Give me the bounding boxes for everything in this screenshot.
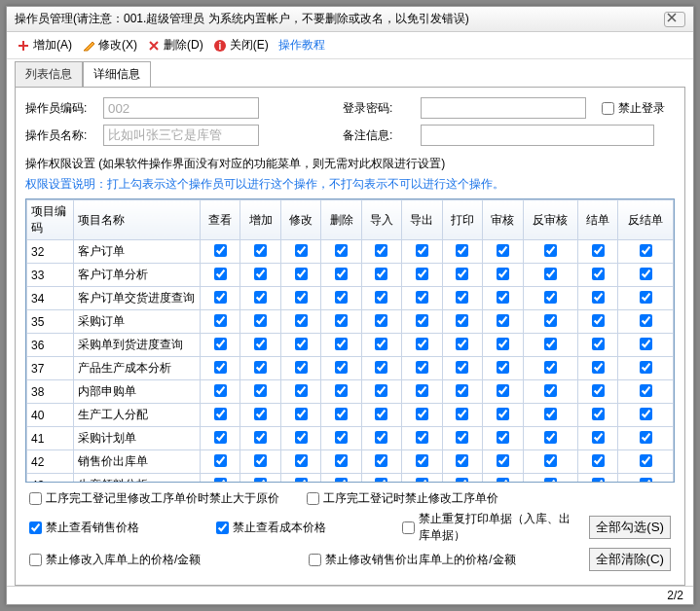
remark-input[interactable] — [421, 125, 654, 146]
table-row[interactable]: 40生产工人分配 — [27, 404, 674, 427]
clear-all-button[interactable]: 全部清除(C) — [589, 548, 672, 571]
perm-checkbox[interactable] — [497, 338, 509, 350]
edit-button[interactable]: 修改(X) — [82, 37, 137, 54]
perm-checkbox[interactable] — [254, 408, 267, 420]
perm-checkbox[interactable] — [497, 408, 509, 420]
perm-checkbox[interactable] — [214, 314, 227, 327]
col-header[interactable]: 审核 — [483, 200, 523, 240]
perm-checkbox[interactable] — [335, 454, 348, 467]
perm-checkbox[interactable] — [592, 361, 605, 374]
perm-checkbox[interactable] — [416, 244, 428, 257]
table-row[interactable]: 35采购订单 — [27, 310, 674, 334]
perm-checkbox[interactable] — [214, 454, 227, 467]
perm-checkbox[interactable] — [335, 431, 348, 444]
col-header[interactable]: 增加 — [240, 200, 280, 240]
perm-checkbox[interactable] — [640, 408, 652, 420]
perm-checkbox[interactable] — [456, 314, 468, 327]
perm-checkbox[interactable] — [640, 384, 652, 397]
perm-checkbox[interactable] — [254, 244, 267, 257]
tab-list[interactable]: 列表信息 — [15, 61, 83, 87]
perm-checkbox[interactable] — [456, 454, 468, 467]
perm-checkbox[interactable] — [254, 361, 267, 374]
perm-checkbox[interactable] — [592, 338, 605, 350]
perm-checkbox[interactable] — [295, 454, 308, 467]
perm-checkbox[interactable] — [375, 291, 387, 304]
select-all-button[interactable]: 全部勾选(S) — [589, 516, 671, 539]
col-header[interactable]: 结单 — [578, 200, 618, 240]
pwd-input[interactable] — [421, 97, 586, 119]
perm-checkbox[interactable] — [544, 291, 557, 304]
perm-checkbox[interactable] — [456, 408, 468, 420]
perm-checkbox[interactable] — [640, 244, 652, 257]
perm-checkbox[interactable] — [416, 408, 428, 420]
perm-checkbox[interactable] — [254, 291, 267, 304]
tab-detail[interactable]: 详细信息 — [83, 61, 151, 87]
perm-checkbox[interactable] — [416, 361, 428, 374]
perm-checkbox[interactable] — [416, 384, 428, 397]
perm-checkbox[interactable] — [640, 338, 652, 350]
perm-checkbox[interactable] — [254, 431, 267, 444]
perm-checkbox[interactable] — [456, 361, 468, 374]
perm-checkbox[interactable] — [335, 314, 348, 327]
perm-checkbox[interactable] — [544, 314, 557, 327]
perm-checkbox[interactable] — [214, 338, 227, 350]
perm-checkbox[interactable] — [456, 244, 468, 257]
perm-checkbox[interactable] — [456, 338, 468, 350]
perm-checkbox[interactable] — [456, 268, 468, 280]
perm-checkbox[interactable] — [254, 314, 267, 327]
perm-checkbox[interactable] — [375, 338, 387, 350]
perm-checkbox[interactable] — [214, 408, 227, 420]
perm-checkbox[interactable] — [295, 244, 308, 257]
chk-c3[interactable] — [29, 521, 42, 534]
perm-checkbox[interactable] — [375, 408, 387, 420]
perm-checkbox[interactable] — [640, 314, 652, 327]
col-header[interactable]: 导入 — [361, 200, 401, 240]
perm-checkbox[interactable] — [544, 244, 557, 257]
table-row[interactable]: 41采购计划单 — [27, 427, 674, 450]
perm-checkbox[interactable] — [254, 268, 267, 280]
perm-checkbox[interactable] — [497, 384, 509, 397]
perm-checkbox[interactable] — [375, 361, 387, 374]
perm-checkbox[interactable] — [497, 268, 509, 280]
perm-checkbox[interactable] — [416, 268, 428, 280]
col-header[interactable]: 反结单 — [618, 200, 674, 240]
window-close-button[interactable] — [664, 12, 685, 27]
perm-checkbox[interactable] — [592, 268, 605, 280]
perm-checkbox[interactable] — [254, 384, 267, 397]
perm-checkbox[interactable] — [592, 431, 605, 444]
chk-c4[interactable] — [216, 521, 229, 534]
perm-checkbox[interactable] — [497, 361, 509, 374]
chk-c2[interactable] — [307, 492, 319, 505]
delete-button[interactable]: 删除(D) — [147, 37, 203, 54]
perm-checkbox[interactable] — [214, 291, 227, 304]
perm-checkbox[interactable] — [295, 291, 308, 304]
chk-c1[interactable] — [29, 492, 42, 505]
col-header[interactable]: 查看 — [201, 200, 240, 240]
perm-checkbox[interactable] — [375, 244, 387, 257]
perm-checkbox[interactable] — [254, 454, 267, 467]
perm-checkbox[interactable] — [214, 384, 227, 397]
perm-checkbox[interactable] — [544, 361, 557, 374]
perm-checkbox[interactable] — [375, 384, 387, 397]
forbid-login-checkbox[interactable] — [602, 102, 614, 115]
perm-checkbox[interactable] — [640, 268, 652, 280]
perm-checkbox[interactable] — [544, 338, 557, 350]
perm-checkbox[interactable] — [335, 384, 348, 397]
perm-checkbox[interactable] — [497, 314, 509, 327]
table-row[interactable]: 37产品生产成本分析 — [27, 357, 674, 380]
table-row[interactable]: 42销售价出库单 — [27, 450, 674, 474]
chk-c6[interactable] — [29, 554, 42, 566]
col-header[interactable]: 修改 — [280, 200, 320, 240]
close-button[interactable]: i 关闭(E) — [213, 37, 269, 54]
perm-checkbox[interactable] — [295, 408, 308, 420]
perm-checkbox[interactable] — [456, 384, 468, 397]
table-row[interactable]: 38内部申购单 — [27, 380, 674, 404]
chk-c5[interactable] — [402, 521, 415, 534]
perm-checkbox[interactable] — [640, 291, 652, 304]
perm-checkbox[interactable] — [544, 408, 557, 420]
perm-checkbox[interactable] — [295, 361, 308, 374]
perm-checkbox[interactable] — [295, 431, 308, 444]
perm-checkbox[interactable] — [592, 454, 605, 467]
perm-checkbox[interactable] — [214, 244, 227, 257]
col-header[interactable]: 项目名称 — [74, 200, 201, 240]
